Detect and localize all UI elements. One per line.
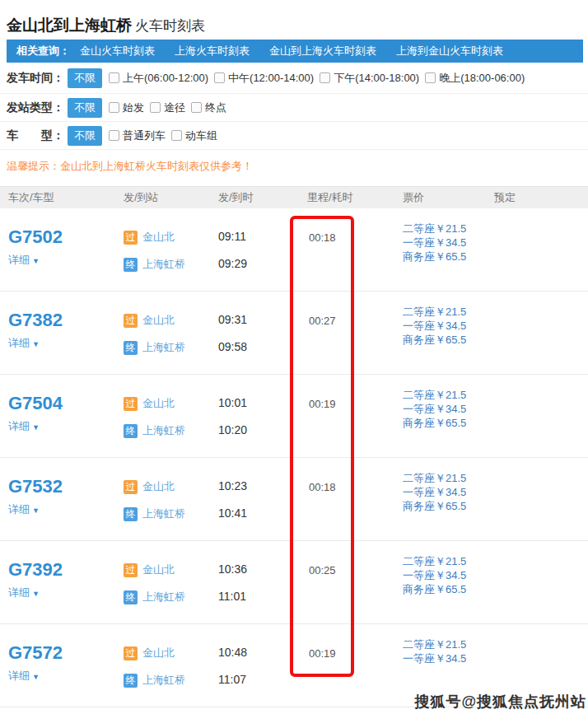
filter-option[interactable]: 下午(14:00-18:00) [320, 71, 419, 86]
arrival-time: 10:20 [218, 423, 299, 436]
booking-cell [486, 458, 588, 540]
duration-value: 00:18 [309, 231, 336, 244]
price-line: 商务座￥65.5 [403, 416, 486, 430]
terminal-station-badge: 终 [124, 507, 138, 521]
filters: 发车时间： 不限 上午(06:00-12:00)中午(12:00-14:00)下… [0, 63, 588, 150]
filter-all-button[interactable]: 不限 [68, 126, 102, 146]
pass-station-badge: 过 [124, 480, 138, 494]
price-line: 一等座￥34.5 [403, 485, 486, 499]
from-station-link[interactable]: 金山北 [142, 313, 175, 328]
pass-station-badge: 过 [124, 314, 138, 328]
terminal-station-badge: 终 [124, 590, 138, 604]
duration-value: 00:25 [309, 564, 336, 576]
arrival-time: 09:29 [218, 257, 299, 270]
detail-label: 详细 [8, 586, 30, 599]
table-row: G7532 详细▼ 过 金山北 终 上海虹桥 10:23 10:41 00:18… [0, 458, 588, 541]
booking-cell [486, 208, 588, 291]
filter-option[interactable]: 终点 [191, 100, 226, 115]
filter-option[interactable]: 上午(06:00-12:00) [109, 71, 208, 86]
detail-toggle[interactable]: 详细▼ [8, 669, 115, 684]
to-station-link[interactable]: 上海虹桥 [142, 340, 185, 355]
price-line: 商务座￥65.5 [403, 333, 486, 347]
booking-cell [486, 292, 588, 374]
train-number[interactable]: G7572 [8, 642, 115, 664]
price-line: 二等座￥21.5 [403, 305, 486, 319]
detail-toggle[interactable]: 详细▼ [8, 586, 115, 600]
filter-all-button[interactable]: 不限 [68, 98, 102, 118]
to-station-link[interactable]: 上海虹桥 [142, 673, 185, 688]
booking-cell [486, 375, 588, 457]
detail-toggle[interactable]: 详细▼ [8, 336, 115, 351]
detail-toggle[interactable]: 详细▼ [8, 502, 115, 517]
train-number[interactable]: G7382 [8, 310, 115, 331]
related-label: 相关查询： [16, 44, 70, 58]
arrival-time: 11:01 [218, 590, 299, 603]
detail-toggle[interactable]: 详细▼ [8, 419, 115, 434]
checkbox[interactable] [425, 72, 436, 83]
duration-value: 00:18 [309, 481, 336, 493]
checkbox[interactable] [171, 130, 182, 141]
price-line: 二等座￥21.5 [403, 222, 486, 236]
train-number[interactable]: G7532 [8, 476, 115, 497]
detail-label: 详细 [8, 254, 30, 266]
watermark: 搜狐号@搜狐焦点抚州站 [414, 692, 586, 712]
filter-row: 车 型： 不限 普通列车动车组 [0, 122, 588, 150]
checkbox[interactable] [191, 102, 202, 113]
from-station-link[interactable]: 金山北 [142, 562, 175, 577]
price-list: 二等座￥21.5一等座￥34.5商务座￥65.5 [394, 541, 486, 623]
from-station-link[interactable]: 金山北 [142, 479, 175, 494]
booking-cell [486, 541, 588, 623]
filter-option[interactable]: 动车组 [171, 128, 217, 143]
checkbox[interactable] [150, 102, 161, 113]
checkbox[interactable] [109, 72, 119, 83]
caret-down-icon: ▼ [32, 257, 40, 265]
notice-text: 温馨提示：金山北到上海虹桥火车时刻表仅供参考！ [7, 159, 253, 174]
filter-option[interactable]: 晚上(18:00-06:00) [425, 71, 525, 86]
column-header-price: 票价 [394, 190, 486, 205]
checkbox[interactable] [214, 72, 225, 83]
price-line: 一等座￥34.5 [403, 319, 486, 333]
filter-option-label: 晚上(18:00-06:00) [439, 71, 525, 86]
table-row: G7502 详细▼ 过 金山北 终 上海虹桥 09:11 09:29 00:18… [0, 208, 588, 292]
detail-label: 详细 [8, 337, 30, 349]
route-title: 金山北到上海虹桥 [7, 16, 132, 34]
train-number[interactable]: G7502 [8, 226, 115, 248]
to-station-link[interactable]: 上海虹桥 [142, 423, 185, 438]
departure-time: 09:31 [218, 313, 299, 326]
detail-toggle[interactable]: 详细▼ [8, 253, 115, 268]
to-station-link[interactable]: 上海虹桥 [142, 257, 185, 272]
filter-option[interactable]: 中午(12:00-14:00) [214, 71, 314, 86]
price-line: 商务座￥65.5 [403, 250, 486, 264]
filter-option-label: 始发 [123, 100, 144, 115]
from-station-link[interactable]: 金山北 [142, 646, 175, 660]
to-station-link[interactable]: 上海虹桥 [142, 506, 185, 521]
filter-row: 发车时间： 不限 上午(06:00-12:00)中午(12:00-14:00)下… [0, 63, 588, 94]
filter-row: 发站类型： 不限 始发途径终点 [0, 94, 588, 122]
to-station-link[interactable]: 上海虹桥 [142, 590, 185, 604]
duration-value: 00:27 [309, 315, 336, 327]
filter-option[interactable]: 途径 [150, 100, 185, 115]
related-link-jinshan[interactable]: 金山火车时刻表 [80, 44, 155, 58]
from-station-link[interactable]: 金山北 [142, 396, 175, 411]
filter-option[interactable]: 普通列车 [109, 128, 166, 143]
column-header-booking: 预定 [486, 190, 588, 205]
price-line: 二等座￥21.5 [403, 637, 486, 651]
filter-option[interactable]: 始发 [109, 100, 144, 115]
train-number[interactable]: G7392 [8, 559, 115, 581]
related-link-shanghai[interactable]: 上海火车时刻表 [175, 44, 250, 58]
related-link-shanghai-to-jinshan[interactable]: 上海到金山火车时刻表 [396, 44, 503, 58]
checkbox[interactable] [109, 130, 119, 141]
arrival-time: 11:07 [218, 673, 299, 686]
price-line: 一等座￥34.5 [403, 568, 486, 582]
price-list: 二等座￥21.5一等座￥34.5商务座￥65.5 [394, 208, 486, 291]
from-station-link[interactable]: 金山北 [142, 230, 175, 245]
checkbox[interactable] [320, 72, 330, 83]
price-line: 一等座￥34.5 [403, 402, 486, 416]
checkbox[interactable] [109, 102, 119, 113]
related-links-bar: 相关查询： 金山火车时刻表 上海火车时刻表 金山到上海火车时刻表 上海到金山火车… [7, 40, 583, 63]
price-line: 商务座￥65.5 [403, 499, 486, 513]
train-number[interactable]: G7504 [8, 393, 115, 414]
related-link-jinshan-to-shanghai[interactable]: 金山到上海火车时刻表 [269, 44, 376, 58]
filter-option-label: 上午(06:00-12:00) [123, 71, 208, 86]
filter-all-button[interactable]: 不限 [68, 68, 102, 88]
